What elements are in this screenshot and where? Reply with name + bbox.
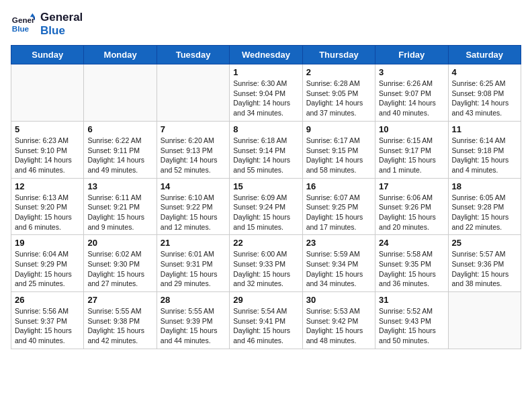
day-info: Sunrise: 6:20 AM Sunset: 9:13 PM Dayligh… <box>161 136 226 175</box>
weekday-header-row: SundayMondayTuesdayWednesdayThursdayFrid… <box>11 46 521 64</box>
page-header: General Blue GeneralBlue <box>11 11 521 37</box>
day-number: 13 <box>87 181 152 191</box>
calendar-cell: 18Sunrise: 6:05 AM Sunset: 9:28 PM Dayli… <box>448 178 521 235</box>
calendar-cell: 17Sunrise: 6:06 AM Sunset: 9:26 PM Dayli… <box>375 178 448 235</box>
day-info: Sunrise: 6:22 AM Sunset: 9:11 PM Dayligh… <box>87 136 152 175</box>
day-number: 26 <box>15 295 80 305</box>
day-info: Sunrise: 6:30 AM Sunset: 9:04 PM Dayligh… <box>233 79 298 118</box>
day-info: Sunrise: 5:57 AM Sunset: 9:36 PM Dayligh… <box>452 249 517 289</box>
day-info: Sunrise: 6:26 AM Sunset: 9:07 PM Dayligh… <box>379 79 444 118</box>
day-number: 23 <box>306 238 371 248</box>
calendar-cell: 24Sunrise: 5:58 AM Sunset: 9:35 PM Dayli… <box>375 235 448 292</box>
calendar-week-row: 1Sunrise: 6:30 AM Sunset: 9:04 PM Daylig… <box>11 64 521 122</box>
calendar-cell: 9Sunrise: 6:17 AM Sunset: 9:15 PM Daylig… <box>302 121 375 178</box>
day-info: Sunrise: 6:05 AM Sunset: 9:28 PM Dayligh… <box>452 193 517 232</box>
calendar-cell <box>157 64 229 122</box>
calendar-table: SundayMondayTuesdayWednesdayThursdayFrid… <box>11 45 521 349</box>
calendar-cell <box>11 64 84 122</box>
day-info: Sunrise: 6:15 AM Sunset: 9:17 PM Dayligh… <box>379 136 444 175</box>
weekday-header-saturday: Saturday <box>448 46 521 64</box>
calendar-cell: 19Sunrise: 6:04 AM Sunset: 9:29 PM Dayli… <box>11 235 84 292</box>
day-number: 2 <box>306 67 371 77</box>
calendar-cell <box>448 292 521 349</box>
calendar-cell: 2Sunrise: 6:28 AM Sunset: 9:05 PM Daylig… <box>302 64 375 122</box>
calendar-cell: 27Sunrise: 5:55 AM Sunset: 9:38 PM Dayli… <box>84 292 157 349</box>
day-info: Sunrise: 5:54 AM Sunset: 9:41 PM Dayligh… <box>233 306 298 346</box>
day-number: 11 <box>452 124 517 134</box>
day-info: Sunrise: 5:55 AM Sunset: 9:39 PM Dayligh… <box>161 306 226 346</box>
weekday-header-tuesday: Tuesday <box>157 46 229 64</box>
day-info: Sunrise: 6:17 AM Sunset: 9:15 PM Dayligh… <box>306 136 371 175</box>
day-info: Sunrise: 5:53 AM Sunset: 9:42 PM Dayligh… <box>306 306 371 346</box>
weekday-header-sunday: Sunday <box>11 46 84 64</box>
calendar-week-row: 5Sunrise: 6:23 AM Sunset: 9:10 PM Daylig… <box>11 121 521 178</box>
day-number: 3 <box>379 67 444 77</box>
day-info: Sunrise: 6:18 AM Sunset: 9:14 PM Dayligh… <box>233 136 298 175</box>
day-number: 8 <box>233 124 298 134</box>
day-info: Sunrise: 5:56 AM Sunset: 9:37 PM Dayligh… <box>15 306 80 346</box>
day-number: 29 <box>233 295 298 305</box>
weekday-header-friday: Friday <box>375 46 448 64</box>
weekday-header-monday: Monday <box>84 46 157 64</box>
day-number: 21 <box>161 238 226 248</box>
calendar-cell: 8Sunrise: 6:18 AM Sunset: 9:14 PM Daylig… <box>230 121 302 178</box>
calendar-cell: 30Sunrise: 5:53 AM Sunset: 9:42 PM Dayli… <box>302 292 375 349</box>
day-number: 20 <box>87 238 152 248</box>
day-number: 30 <box>306 295 371 305</box>
day-info: Sunrise: 6:01 AM Sunset: 9:31 PM Dayligh… <box>161 249 226 289</box>
day-number: 10 <box>379 124 444 134</box>
day-number: 4 <box>452 67 517 77</box>
day-info: Sunrise: 5:58 AM Sunset: 9:35 PM Dayligh… <box>379 249 444 289</box>
calendar-cell: 3Sunrise: 6:26 AM Sunset: 9:07 PM Daylig… <box>375 64 448 122</box>
weekday-header-wednesday: Wednesday <box>230 46 302 64</box>
calendar-week-row: 12Sunrise: 6:13 AM Sunset: 9:20 PM Dayli… <box>11 178 521 235</box>
day-info: Sunrise: 6:06 AM Sunset: 9:26 PM Dayligh… <box>379 193 444 232</box>
calendar-cell: 12Sunrise: 6:13 AM Sunset: 9:20 PM Dayli… <box>11 178 84 235</box>
day-info: Sunrise: 6:14 AM Sunset: 9:18 PM Dayligh… <box>452 136 517 175</box>
calendar-cell: 16Sunrise: 6:07 AM Sunset: 9:25 PM Dayli… <box>302 178 375 235</box>
day-info: Sunrise: 5:52 AM Sunset: 9:43 PM Dayligh… <box>379 306 444 346</box>
day-info: Sunrise: 5:55 AM Sunset: 9:38 PM Dayligh… <box>87 306 152 346</box>
day-info: Sunrise: 6:02 AM Sunset: 9:30 PM Dayligh… <box>87 249 152 289</box>
svg-text:Blue: Blue <box>12 24 30 32</box>
day-number: 12 <box>15 181 80 191</box>
day-info: Sunrise: 5:59 AM Sunset: 9:34 PM Dayligh… <box>306 249 371 289</box>
calendar-cell: 7Sunrise: 6:20 AM Sunset: 9:13 PM Daylig… <box>157 121 229 178</box>
day-number: 28 <box>161 295 226 305</box>
calendar-cell: 22Sunrise: 6:00 AM Sunset: 9:33 PM Dayli… <box>230 235 302 292</box>
calendar-cell: 29Sunrise: 5:54 AM Sunset: 9:41 PM Dayli… <box>230 292 302 349</box>
calendar-cell: 11Sunrise: 6:14 AM Sunset: 9:18 PM Dayli… <box>448 121 521 178</box>
calendar-cell: 4Sunrise: 6:25 AM Sunset: 9:08 PM Daylig… <box>448 64 521 122</box>
calendar-week-row: 19Sunrise: 6:04 AM Sunset: 9:29 PM Dayli… <box>11 235 521 292</box>
calendar-cell: 21Sunrise: 6:01 AM Sunset: 9:31 PM Dayli… <box>157 235 229 292</box>
calendar-cell: 14Sunrise: 6:10 AM Sunset: 9:22 PM Dayli… <box>157 178 229 235</box>
calendar-cell: 31Sunrise: 5:52 AM Sunset: 9:43 PM Dayli… <box>375 292 448 349</box>
day-number: 18 <box>452 181 517 191</box>
calendar-cell: 13Sunrise: 6:11 AM Sunset: 9:21 PM Dayli… <box>84 178 157 235</box>
day-number: 16 <box>306 181 371 191</box>
day-info: Sunrise: 6:11 AM Sunset: 9:21 PM Dayligh… <box>87 193 152 232</box>
day-number: 15 <box>233 181 298 191</box>
day-number: 14 <box>161 181 226 191</box>
day-number: 6 <box>87 124 152 134</box>
day-info: Sunrise: 6:25 AM Sunset: 9:08 PM Dayligh… <box>452 79 517 118</box>
day-info: Sunrise: 6:23 AM Sunset: 9:10 PM Dayligh… <box>15 136 80 175</box>
day-number: 24 <box>379 238 444 248</box>
day-number: 22 <box>233 238 298 248</box>
day-number: 5 <box>15 124 80 134</box>
calendar-week-row: 26Sunrise: 5:56 AM Sunset: 9:37 PM Dayli… <box>11 292 521 349</box>
day-info: Sunrise: 6:00 AM Sunset: 9:33 PM Dayligh… <box>233 249 298 289</box>
logo: General Blue GeneralBlue <box>11 11 83 37</box>
calendar-cell: 6Sunrise: 6:22 AM Sunset: 9:11 PM Daylig… <box>84 121 157 178</box>
day-info: Sunrise: 6:09 AM Sunset: 9:24 PM Dayligh… <box>233 193 298 232</box>
day-number: 25 <box>452 238 517 248</box>
day-number: 17 <box>379 181 444 191</box>
calendar-cell: 5Sunrise: 6:23 AM Sunset: 9:10 PM Daylig… <box>11 121 84 178</box>
day-info: Sunrise: 6:04 AM Sunset: 9:29 PM Dayligh… <box>15 249 80 289</box>
day-number: 9 <box>306 124 371 134</box>
calendar-cell: 25Sunrise: 5:57 AM Sunset: 9:36 PM Dayli… <box>448 235 521 292</box>
logo-text: GeneralBlue <box>40 11 83 37</box>
calendar-cell: 20Sunrise: 6:02 AM Sunset: 9:30 PM Dayli… <box>84 235 157 292</box>
day-info: Sunrise: 6:28 AM Sunset: 9:05 PM Dayligh… <box>306 79 371 118</box>
day-number: 27 <box>87 295 152 305</box>
